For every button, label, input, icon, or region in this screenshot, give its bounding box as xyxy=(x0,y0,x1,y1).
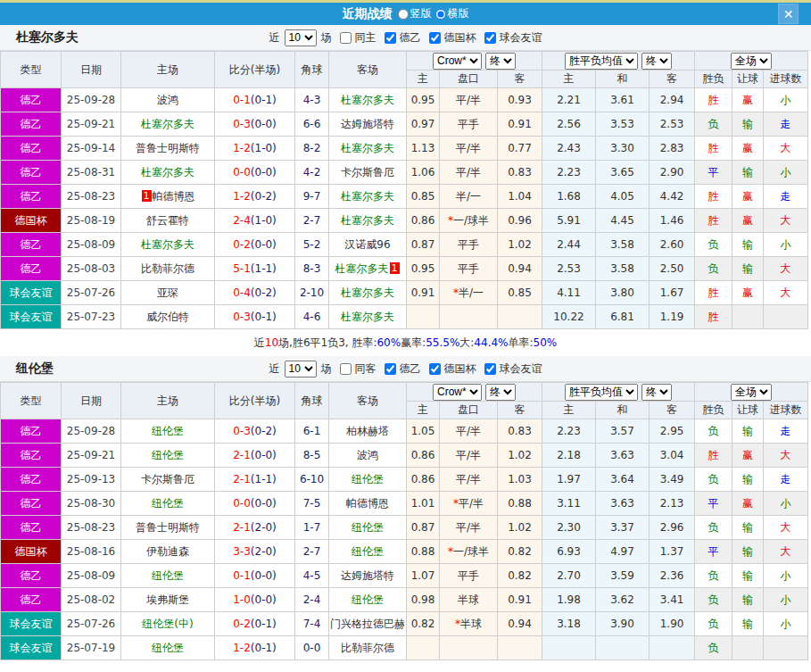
mean-home: 2.30 xyxy=(542,516,596,540)
close-button[interactable]: ✕ xyxy=(778,4,799,24)
mean-time-select[interactable]: 终 xyxy=(641,384,672,401)
games-count-select[interactable]: 10 xyxy=(285,361,317,377)
odds-away: 0.94 xyxy=(498,612,542,636)
home-team: 普鲁士明斯特 xyxy=(121,516,215,540)
corner-score: 2-7 xyxy=(295,540,329,564)
league-checkbox[interactable] xyxy=(429,363,441,375)
mean-away: 1.90 xyxy=(650,612,695,636)
near-label: 近 xyxy=(269,361,280,377)
scope-select[interactable]: 全场 xyxy=(731,53,772,70)
mean-away: 3.41 xyxy=(650,588,695,612)
mean-home: 2.23 xyxy=(542,161,596,185)
column-header: 客场 xyxy=(329,383,407,419)
league-checkbox[interactable] xyxy=(385,32,396,44)
odds-home: 0.86 xyxy=(407,209,440,233)
sub-column-header: 主 xyxy=(407,402,440,419)
match-score: 0-0(0-0) xyxy=(215,492,295,516)
match-type-badge: 球会友谊 xyxy=(1,305,62,329)
same-venue-checkbox[interactable] xyxy=(340,32,352,44)
odds-time-select[interactable]: 终 xyxy=(485,53,516,70)
match-date: 25-08-03 xyxy=(62,257,121,281)
halftime-score: (0-2) xyxy=(251,425,277,437)
mean-type-select[interactable]: 胜平负均值 xyxy=(565,384,638,401)
league-checkbox-label: 德乙 xyxy=(400,30,421,46)
mean-time-select[interactable]: 终 xyxy=(641,53,672,70)
odds-away: 0.82 xyxy=(498,564,542,588)
league-checkbox[interactable] xyxy=(484,363,496,375)
halftime-score: (0-0) xyxy=(251,166,277,178)
column-header: 角球 xyxy=(295,52,329,88)
mean-away: 2.53 xyxy=(650,112,695,137)
corner-score: 8-3 xyxy=(295,257,329,281)
corner-score: 4-2 xyxy=(295,161,329,185)
home-team-name: 杜塞尔多夫 xyxy=(141,118,194,130)
odds-source-select[interactable]: Crow* xyxy=(433,53,482,70)
match-date: 25-09-28 xyxy=(62,419,121,444)
odds-home: 1.07 xyxy=(407,564,440,588)
handicap-text: 半球 xyxy=(460,618,482,630)
result-outcome: 胜 xyxy=(695,137,732,161)
result-outcome: 负 xyxy=(695,112,732,137)
match-score: 2-1(1-1) xyxy=(215,468,295,492)
match-score: 1-2(1-0) xyxy=(215,137,295,161)
mean-away: 1.19 xyxy=(650,305,695,329)
match-date: 25-08-16 xyxy=(62,540,121,564)
home-team: 纽伦堡(中) xyxy=(121,612,215,636)
odds-away xyxy=(498,305,542,329)
mean-away: 2.13 xyxy=(650,492,695,516)
odds-away: 1.02 xyxy=(498,233,542,257)
table-row: 球会友谊25-07-26亚琛0-4(0-2)2-10杜塞尔多夫0.91*半/一0… xyxy=(1,281,808,305)
mean-draw: 3.57 xyxy=(596,419,650,444)
layout-option-horizontal[interactable]: 横版 xyxy=(435,6,469,21)
result-outcome: 负 xyxy=(695,257,732,281)
odds-home: 1.05 xyxy=(407,419,440,444)
league-checkbox[interactable] xyxy=(429,32,441,44)
mean-home: 10.22 xyxy=(542,305,596,329)
corner-score: 6-1 xyxy=(295,419,329,444)
match-score: 0-3(0-0) xyxy=(215,112,295,137)
league-checkbox[interactable] xyxy=(385,363,396,375)
league-checkbox[interactable] xyxy=(484,32,496,44)
mean-group: 胜平负均值终 xyxy=(542,383,695,402)
odds-home: 0.85 xyxy=(407,185,440,209)
home-team-name: 波鸿 xyxy=(157,94,178,106)
result-outcome: 胜 xyxy=(695,305,732,329)
mean-away: 2.60 xyxy=(650,233,695,257)
layout-option-vertical[interactable]: 竖版 xyxy=(398,6,432,21)
match-date: 25-09-13 xyxy=(62,468,121,492)
team-name-title: 纽伦堡 xyxy=(16,361,54,377)
halftime-score: (0-0) xyxy=(251,593,277,606)
vertical-radio[interactable] xyxy=(398,9,409,20)
games-count-select[interactable]: 10 xyxy=(285,29,317,46)
home-team-name: 杜塞尔多夫 xyxy=(141,166,194,178)
home-team-name: 普鲁士明斯特 xyxy=(136,142,200,154)
sub-column-header: 让球 xyxy=(732,402,764,419)
result-goals: 大 xyxy=(764,209,808,233)
away-team-name: 纽伦堡 xyxy=(352,473,384,485)
result-handicap: 赢 xyxy=(732,492,764,516)
record-summary: 近10场,胜6平1负3, 胜率:60% 赢率:55.5% 大:44.4% 单率:… xyxy=(0,329,811,356)
odds-home: 0.87 xyxy=(407,233,440,257)
sub-column-header: 进球数 xyxy=(764,71,808,88)
fulltime-score: 0-2 xyxy=(233,618,251,630)
result-goals: 走 xyxy=(764,112,808,137)
match-date: 25-08-09 xyxy=(62,233,121,257)
away-team: 杜塞尔多夫 xyxy=(329,209,407,233)
away-team-name: 比勒菲尔德 xyxy=(341,642,394,654)
odds-home xyxy=(407,636,440,660)
odds-away: 1.03 xyxy=(498,468,542,492)
match-date: 25-07-26 xyxy=(62,281,121,305)
match-type-badge: 德乙 xyxy=(1,88,62,112)
result-goals: 小 xyxy=(764,492,808,516)
near-label: 近 xyxy=(269,30,280,46)
odds-away: 0.83 xyxy=(498,419,542,444)
match-type-badge: 球会友谊 xyxy=(1,612,62,636)
odds-time-select[interactable]: 终 xyxy=(485,384,516,401)
corner-score: 4-5 xyxy=(295,564,329,588)
odds-source-select[interactable]: Crow* xyxy=(433,384,482,401)
mean-type-select[interactable]: 胜平负均值 xyxy=(565,53,638,70)
scope-select[interactable]: 全场 xyxy=(731,384,772,401)
halftime-score: (0-0) xyxy=(251,569,277,582)
same-venue-checkbox[interactable] xyxy=(340,363,352,375)
horizontal-radio[interactable] xyxy=(435,9,446,20)
